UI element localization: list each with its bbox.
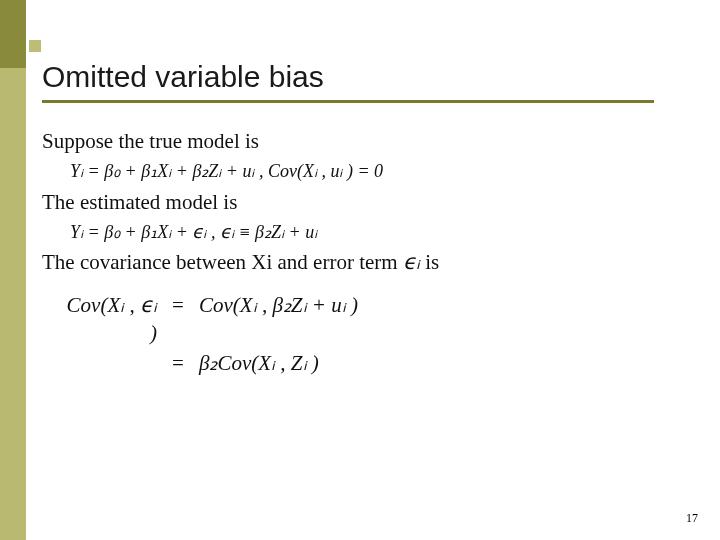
intro-line-1: Suppose the true model is (42, 127, 690, 155)
epsilon-symbol: ϵᵢ (403, 250, 420, 274)
intro-line-2: The estimated model is (42, 188, 690, 216)
cov-text-b: is (425, 250, 439, 274)
slide-left-accent-dark (0, 0, 26, 68)
slide-body: Suppose the true model is Yᵢ = β₀ + β₁Xᵢ… (42, 127, 690, 378)
cov-lhs: Cov(Xᵢ , ϵᵢ ) (62, 291, 157, 348)
cov-derivation-row-2: = β₂Cov(Xᵢ , Zᵢ ) (62, 349, 690, 377)
cov-derivation-row-1: Cov(Xᵢ , ϵᵢ ) = Cov(Xᵢ , β₂Zᵢ + uᵢ ) (62, 291, 690, 348)
equation-estimated-model: Yᵢ = β₀ + β₁Xᵢ + ϵᵢ , ϵᵢ ≡ β₂Zᵢ + uᵢ (70, 220, 690, 244)
equals-sign-2: = (169, 349, 187, 377)
slide-content: Omitted variable bias Suppose the true m… (42, 60, 690, 380)
slide-left-accent (0, 0, 26, 540)
equation-true-model: Yᵢ = β₀ + β₁Xᵢ + β₂Zᵢ + uᵢ , Cov(Xᵢ , uᵢ… (70, 159, 690, 183)
slide-title: Omitted variable bias (42, 60, 690, 94)
page-number: 17 (686, 511, 698, 526)
equals-sign-1: = (169, 291, 187, 319)
cov-rhs-1: Cov(Xᵢ , β₂Zᵢ + uᵢ ) (199, 291, 358, 319)
cov-rhs-2: β₂Cov(Xᵢ , Zᵢ ) (199, 349, 319, 377)
cov-text-a: The covariance between Xi and error term (42, 250, 398, 274)
title-bullet-icon (29, 40, 41, 52)
intro-line-3: The covariance between Xi and error term… (42, 248, 690, 276)
title-underline (42, 100, 654, 103)
